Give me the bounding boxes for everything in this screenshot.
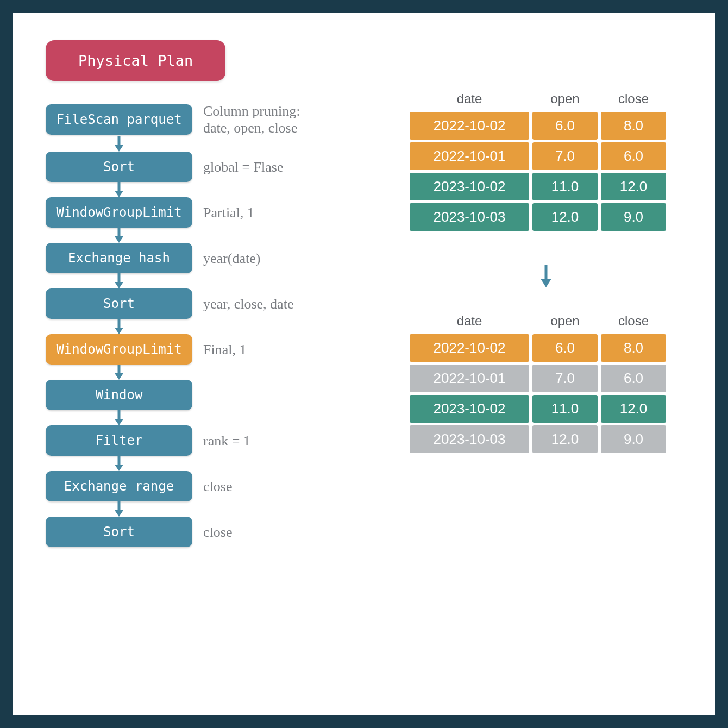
down-arrow-icon [46,456,192,471]
plan-node: Sort [46,288,192,319]
plan-row: Exchange hashyear(date) [46,243,382,273]
cell-date: 2022-10-02 [410,334,529,362]
svg-marker-9 [115,328,123,334]
plan-note: year(date) [203,250,260,267]
cell-date: 2023-10-02 [410,395,529,423]
down-arrow-icon [46,319,192,334]
column-header-open: open [532,311,598,331]
plan-row: FileScan parquetColumn pruning:date, ope… [46,103,382,136]
cell-open: 7.0 [532,142,598,170]
physical-plan-flow: FileScan parquetColumn pruning:date, ope… [46,103,382,547]
svg-marker-3 [115,191,123,197]
cell-date: 2023-10-02 [410,173,529,200]
title-pill: Physical Plan [46,40,225,81]
down-arrow-icon [46,410,192,425]
outer-frame: Physical Plan FileScan parquetColumn pru… [0,0,728,728]
cell-close: 8.0 [601,334,666,362]
cell-date: 2023-10-03 [410,425,529,453]
table-row: 2023-10-0211.012.0 [410,395,682,423]
cell-open: 6.0 [532,334,598,362]
table-row: 2022-10-017.06.0 [410,365,682,392]
plan-row: WindowGroupLimitPartial, 1 [46,197,382,228]
cell-open: 11.0 [532,395,598,423]
plan-note: Column pruning:date, open, close [203,103,300,136]
plan-row: Filterrank = 1 [46,425,382,456]
table-before: date open close 2022-10-026.08.02022-10-… [410,89,682,231]
svg-marker-7 [115,282,123,288]
cell-close: 9.0 [601,203,666,231]
plan-node: Window [46,380,192,410]
plan-note: global = Flase [203,159,284,175]
plan-node: WindowGroupLimit [46,197,192,228]
plan-row: Sortyear, close, date [46,288,382,319]
plan-node: Exchange range [46,471,192,501]
down-arrow-icon [46,273,192,288]
table-header-row: date open close [410,89,682,109]
svg-marker-17 [115,510,123,517]
plan-node: FileScan parquet [46,104,192,135]
table-after: date open close 2022-10-026.08.02022-10-… [410,311,682,453]
plan-note: rank = 1 [203,432,250,449]
plan-row: WindowGroupLimitFinal, 1 [46,334,382,365]
plan-note: close [203,478,232,495]
column-header-open: open [532,89,598,109]
column-header-close: close [601,89,666,109]
right-column: date open close 2022-10-026.08.02022-10-… [410,40,682,688]
plan-row: Sortglobal = Flase [46,152,382,182]
cell-date: 2022-10-02 [410,112,529,140]
cell-open: 7.0 [532,365,598,392]
svg-marker-19 [541,279,551,287]
down-arrow-icon [46,228,192,243]
cell-open: 11.0 [532,173,598,200]
table-row: 2022-10-017.06.0 [410,142,682,170]
cell-open: 12.0 [532,425,598,453]
plan-row: Sortclose [46,517,382,547]
down-arrow-icon [46,136,192,152]
plan-row: Exchange rangeclose [46,471,382,501]
canvas: Physical Plan FileScan parquetColumn pru… [13,13,715,715]
cell-close: 6.0 [601,142,666,170]
left-column: Physical Plan FileScan parquetColumn pru… [46,40,382,688]
plan-note: close [203,524,232,541]
table-row: 2022-10-026.08.0 [410,334,682,362]
cell-close: 9.0 [601,425,666,453]
cell-open: 12.0 [532,203,598,231]
cell-close: 8.0 [601,112,666,140]
down-arrow-icon [46,365,192,380]
plan-node: Sort [46,517,192,547]
svg-marker-11 [115,373,123,380]
cell-close: 12.0 [601,395,666,423]
plan-node: Sort [46,152,192,182]
table-body: 2022-10-026.08.02022-10-017.06.02023-10-… [410,334,682,453]
svg-marker-15 [115,465,123,471]
plan-note: Partial, 1 [203,204,254,221]
column-header-date: date [410,311,529,331]
plan-note: year, close, date [203,296,293,312]
cell-date: 2022-10-01 [410,142,529,170]
cell-date: 2023-10-03 [410,203,529,231]
cell-close: 12.0 [601,173,666,200]
table-row: 2023-10-0312.09.0 [410,425,682,453]
cell-close: 6.0 [601,365,666,392]
plan-node: Exchange hash [46,243,192,273]
cell-date: 2022-10-01 [410,365,529,392]
column-header-close: close [601,311,666,331]
plan-row: Window [46,380,382,410]
table-row: 2023-10-0312.09.0 [410,203,682,231]
svg-marker-1 [115,145,123,152]
table-body: 2022-10-026.08.02022-10-017.06.02023-10-… [410,112,682,231]
plan-node: Filter [46,425,192,456]
plan-node: WindowGroupLimit [46,334,192,365]
down-arrow-icon [46,182,192,197]
svg-marker-13 [115,419,123,425]
down-arrow-icon [410,263,682,290]
column-header-date: date [410,89,529,109]
table-row: 2022-10-026.08.0 [410,112,682,140]
down-arrow-icon [46,501,192,517]
table-row: 2023-10-0211.012.0 [410,173,682,200]
table-header-row: date open close [410,311,682,331]
cell-open: 6.0 [532,112,598,140]
svg-marker-5 [115,236,123,243]
plan-note: Final, 1 [203,341,246,358]
